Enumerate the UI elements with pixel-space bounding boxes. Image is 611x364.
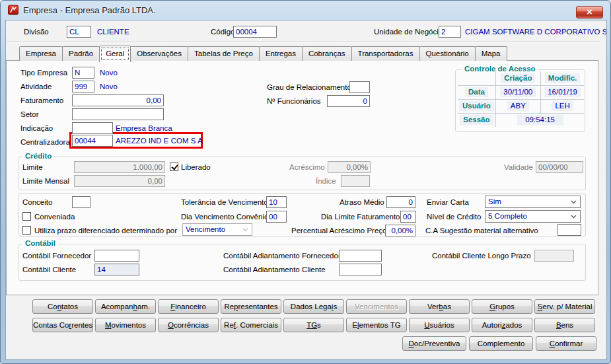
button-dados-legais[interactable]: Dados Legais — [283, 299, 344, 314]
contabil-title: Contábil — [22, 239, 58, 247]
tab-tabelas-de-preco[interactable]: Tabelas de Preço — [188, 46, 260, 61]
tolerancia-vencimento-input[interactable] — [266, 196, 287, 208]
faturamento-label: Faturamento — [20, 96, 63, 104]
tab-entregas[interactable]: Entregas — [259, 46, 303, 61]
button-contas-correntes[interactable]: Contas Correntes — [32, 318, 93, 332]
contabil-fornecedor-input[interactable] — [94, 250, 139, 262]
atividade-label: Atividade — [20, 83, 52, 91]
tab-mapa[interactable]: Mapa — [475, 46, 507, 61]
acesso-row-data-label: Data — [465, 87, 488, 97]
atraso-medio-input[interactable] — [386, 196, 415, 208]
nivel-credito-select[interactable]: 5 Completo — [485, 210, 581, 223]
empresa-window: Empresa - Empresa Padrão LTDA. × Divisão… — [0, 0, 611, 364]
conveniada-checkbox[interactable] — [22, 212, 31, 221]
button-complemento[interactable]: Complemento — [469, 336, 533, 351]
indicacao-input[interactable] — [72, 122, 113, 134]
contabil-adiant-cliente-input[interactable] — [339, 264, 382, 275]
titlebar[interactable]: Empresa - Empresa Padrão LTDA. × — [1, 1, 610, 20]
enviar-carta-label: Enviar Carta — [427, 198, 469, 206]
button-acompanham[interactable]: Acompanham. — [95, 299, 156, 314]
acesso-col-criacao: Criação — [501, 73, 535, 83]
unidade-negocio-desc: CIGAM SOFTWARE D CORPORATIVO S.A — [465, 28, 606, 36]
grau-relacionamento-input[interactable] — [349, 81, 370, 93]
contabil-adiant-fornecedor-label: Contábil Adiantamento Fornecedor — [223, 252, 341, 260]
tab-cobrancas[interactable]: Cobranças — [302, 46, 352, 61]
button-grupos[interactable]: Grupos — [472, 299, 532, 314]
percentual-acrescimo-input[interactable] — [385, 225, 415, 237]
limite-input — [74, 161, 165, 173]
button-vencimentos: Vencimentos — [346, 299, 407, 314]
button-bens[interactable]: Bens — [534, 318, 595, 332]
validade-label: Validade — [504, 163, 533, 171]
button-elementos-tg[interactable]: Elementos TG — [346, 318, 407, 332]
chevron-down-icon — [242, 228, 248, 232]
centralizadora-input[interactable] — [72, 135, 113, 147]
tab-geral[interactable]: Geral — [99, 46, 131, 62]
centralizadora-label: Centralizadora — [20, 138, 70, 146]
acesso-col-modific: Modific. — [545, 73, 580, 83]
indice-input — [341, 175, 370, 187]
button-financeiro[interactable]: Financeiro — [158, 299, 219, 314]
chevron-down-icon — [571, 200, 577, 204]
close-icon: × — [587, 6, 593, 17]
indicacao-label: Indicação — [20, 124, 53, 132]
setor-input[interactable] — [72, 108, 164, 120]
button-row-2: Contas CorrentesMovimentosOcorrênciasRef… — [32, 318, 595, 332]
liberado-checkbox[interactable] — [170, 163, 178, 171]
button-doc-preventiva[interactable]: Doc/Preventiva — [402, 336, 466, 351]
button-confirmar[interactable]: Confirmar — [536, 336, 596, 351]
num-funcionarios-input[interactable] — [327, 95, 370, 107]
contabil-longo-prazo-input — [534, 250, 574, 262]
button-autorizados[interactable]: Autorizados — [472, 318, 532, 332]
tolerancia-vencimento-label: Tolerância de Vencimento — [181, 198, 268, 206]
acrescimo-input — [328, 161, 371, 173]
conceito-input[interactable] — [72, 196, 90, 208]
button-serv-p-material[interactable]: Serv. p/ Material — [534, 299, 595, 314]
header-separator — [7, 42, 600, 43]
acesso-sessao-value: 09:54:15 — [517, 115, 563, 125]
button-usuarios[interactable]: Usuários — [409, 318, 470, 332]
percentual-acrescimo-label: Percentual Acréscimo Preço — [291, 227, 386, 235]
divisao-input[interactable] — [67, 26, 91, 38]
contabil-adiant-fornecedor-input[interactable] — [339, 250, 382, 262]
indicacao-desc: Empresa Branca — [116, 124, 172, 132]
utiliza-prazo-checkbox[interactable] — [22, 226, 31, 235]
utiliza-prazo-label: Utiliza prazo diferenciado determinado p… — [34, 227, 177, 235]
codigo-label: Código — [211, 28, 234, 36]
button-ocorrencias[interactable]: Ocorrências — [158, 318, 219, 332]
prazo-tipo-select: Vencimento — [182, 223, 252, 236]
credito-title: Crédito — [22, 152, 54, 160]
atraso-medio-label: Atraso Médio — [340, 198, 384, 206]
codigo-input[interactable] — [233, 26, 277, 38]
contabil-adiant-cliente-label: Contábil Adiantamento Cliente — [223, 266, 326, 273]
button-representantes[interactable]: Representantes — [221, 299, 281, 314]
grau-relacionamento-label: Grau de Relacionamento — [267, 83, 351, 91]
atividade-input[interactable] — [72, 81, 94, 92]
button-contatos[interactable]: Contatos — [32, 299, 93, 314]
close-button[interactable]: × — [576, 6, 603, 18]
button-tgs[interactable]: TGs — [283, 318, 344, 332]
dia-limite-faturamento-input[interactable] — [400, 211, 416, 223]
divisao-label: Divisão — [24, 28, 49, 36]
prazo-tipo-value: Vencimento — [186, 225, 225, 233]
tab-questionario[interactable]: Questionário — [419, 46, 476, 61]
faturamento-input[interactable] — [72, 94, 164, 106]
ca-sugestao-input[interactable] — [557, 224, 581, 236]
button-verbas[interactable]: Verbas — [409, 299, 470, 314]
contabil-cliente-input[interactable] — [94, 264, 139, 275]
enviar-carta-select[interactable]: Sim — [485, 196, 581, 208]
button-ref-comerciais[interactable]: Ref. Comerciais — [221, 318, 281, 332]
tab-transportadoras[interactable]: Transportadoras — [351, 46, 420, 61]
tab-bar: EmpresaPadrãoGeralObservaçõesTabelas de … — [19, 46, 507, 61]
unidade-negocio-label: Unidade de Negócio — [374, 28, 443, 36]
acesso-row-usuario-label: Usuário — [459, 101, 494, 111]
dia-vencimento-convenio-input[interactable] — [266, 211, 287, 223]
nivel-credito-value: 5 Completo — [488, 212, 527, 220]
unidade-negocio-input[interactable] — [439, 26, 461, 38]
button-movimentos[interactable]: Movimentos — [95, 318, 156, 332]
tab-observacoes[interactable]: Observações — [130, 46, 188, 61]
tipo-empresa-input[interactable] — [72, 67, 94, 79]
limite-label: Limite — [22, 163, 43, 171]
tab-padrao[interactable]: Padrão — [62, 46, 100, 61]
tab-empresa[interactable]: Empresa — [19, 46, 63, 61]
